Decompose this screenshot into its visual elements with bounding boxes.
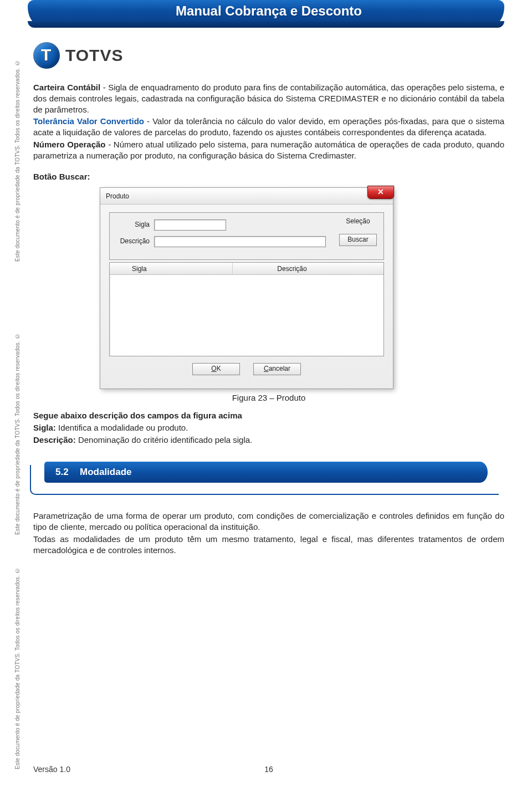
col-descricao: Descrição xyxy=(233,263,383,274)
field-descricao-label: Descrição: xyxy=(33,435,76,444)
fields-heading: Segue abaixo descrição dos campos da fig… xyxy=(33,410,504,421)
figure-caption: Figura 23 – Produto xyxy=(33,392,504,403)
section-heading-box: 5.2Modalidade xyxy=(33,462,504,495)
close-button[interactable]: ✕ xyxy=(367,186,394,199)
dialog-figure: Produto ✕ Sigla Descrição xyxy=(100,187,504,389)
document-body: Carteira Contábil - Sigla de enquadramen… xyxy=(33,82,504,556)
header-banner: Manual Cobrança e Desconto xyxy=(33,0,504,32)
cancel-button[interactable]: Cancelar xyxy=(253,363,301,375)
field-sigla-label: Sigla: xyxy=(33,423,56,432)
footer-page-number: 16 xyxy=(33,765,504,774)
results-header: Sigla Descrição xyxy=(110,263,383,275)
field-sigla-text: Identifica a modalidade ou produto. xyxy=(56,423,188,432)
page-content: Manual Cobrança e Desconto TOTVS Carteir… xyxy=(33,0,504,556)
totvs-logo-text: TOTVS xyxy=(65,46,123,65)
results-list[interactable]: Sigla Descrição xyxy=(109,262,384,356)
dialog-title-text: Produto xyxy=(106,192,129,200)
para-carteira-contabil: Carteira Contábil - Sigla de enquadramen… xyxy=(33,82,504,115)
cancel-rest: ancelar xyxy=(269,365,290,372)
side-copyright-1: Este documento é de propriedade da TOTVS… xyxy=(14,29,24,262)
lead-tolerancia: Tolerância Valor Convertido xyxy=(33,116,144,126)
botao-buscar-heading: Botão Buscar: xyxy=(33,171,504,182)
close-icon: ✕ xyxy=(377,187,384,196)
ok-button[interactable]: OK xyxy=(192,363,240,375)
row-sigla: Sigla xyxy=(117,219,376,231)
section-para-1: Parametrização de uma forma de operar um… xyxy=(33,510,504,533)
field-sigla-desc: Sigla: Identifica a modalidade ou produt… xyxy=(33,422,504,433)
label-descricao: Descrição xyxy=(117,237,154,246)
input-descricao[interactable] xyxy=(154,236,326,247)
lead-numero: Número Operação xyxy=(33,140,106,149)
page-footer: Versão 1.0 16 xyxy=(33,765,504,774)
dialog-actions: OK Cancelar xyxy=(109,356,384,383)
para-numero-operacao: Número Operação - Número atual utilizado… xyxy=(33,139,504,161)
col-sigla: Sigla xyxy=(110,263,233,274)
section-title: Modalidade xyxy=(80,467,132,477)
totvs-logo-icon xyxy=(33,42,60,69)
produto-dialog: Produto ✕ Sigla Descrição xyxy=(100,187,393,389)
dialog-side-actions: Seleção Buscar xyxy=(339,217,377,246)
section-para-2: Todas as modalidades de um produto têm u… xyxy=(33,534,504,556)
rest-carteira: - Sigla de enquadramento do produto para… xyxy=(33,83,504,114)
input-sigla[interactable] xyxy=(154,219,226,231)
search-group: Sigla Descrição Seleção Buscar xyxy=(109,212,384,260)
side-copyright-3: Este documento é de propriedade da TOTVS… xyxy=(14,559,24,769)
row-descricao: Descrição xyxy=(117,236,376,247)
lead-carteira: Carteira Contábil xyxy=(33,83,100,92)
label-sigla: Sigla xyxy=(117,221,154,229)
ok-pre: O xyxy=(211,365,216,372)
field-descricao-desc: Descrição: Denominação do critério ident… xyxy=(33,435,504,446)
fields-heading-text: Segue abaixo descrição dos campos da fig… xyxy=(33,411,242,420)
ok-mn: K xyxy=(217,365,221,372)
selecao-label: Seleção xyxy=(339,217,377,226)
section-number: 5.2 xyxy=(55,462,80,483)
dialog-body: Sigla Descrição Seleção Buscar xyxy=(100,205,393,389)
page-title: Manual Cobrança e Desconto xyxy=(33,3,504,19)
cancel-mn: C xyxy=(264,365,269,372)
buscar-button[interactable]: Buscar xyxy=(339,234,377,246)
dialog-titlebar: Produto ✕ xyxy=(100,188,393,205)
field-descricao-text: Denominação do critério identificado pel… xyxy=(76,435,253,444)
side-copyright-2: Este documento é de propriedade da TOTVS… xyxy=(14,302,24,535)
section-bar: 5.2Modalidade xyxy=(44,462,488,483)
logo-row: TOTVS xyxy=(33,42,504,69)
para-tolerancia: Tolerância Valor Convertido - Valor da t… xyxy=(33,116,504,138)
